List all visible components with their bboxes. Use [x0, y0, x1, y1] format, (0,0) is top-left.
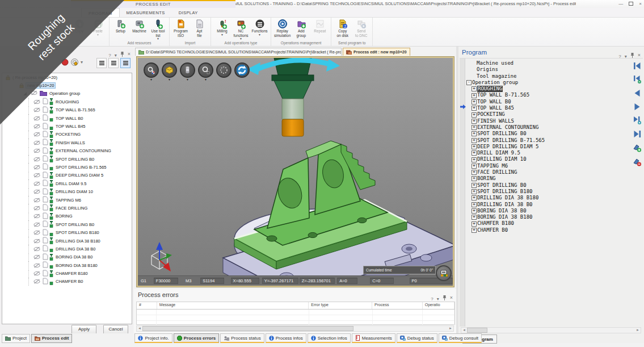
eye-off-icon[interactable]: [33, 140, 40, 145]
minimize-button[interactable]: —: [618, 1, 623, 7]
expand-box-icon[interactable]: +: [472, 221, 477, 227]
repeat-button[interactable]: Repeat: [310, 18, 329, 40]
tree-operation-top-wall-b45[interactable]: TOP WALL B45: [2, 122, 132, 130]
tree-operation-spot-drilling-b-71-565[interactable]: SPOT DRILLING B-71.565: [2, 163, 132, 171]
program-operation-boring-dia-38-b180[interactable]: +BORING DIA 38 B180: [466, 214, 545, 220]
viewport-tool-stock[interactable]: ▼: [162, 62, 177, 81]
tree-operation-chamfer-b0[interactable]: CHAMFER B0: [2, 278, 132, 286]
functions-button[interactable]: Functions▼: [250, 18, 269, 40]
program-operation-top-wall-b-71-565[interactable]: +TOP WALL B-71.565: [466, 92, 545, 98]
expand-box-icon[interactable]: +: [472, 125, 477, 130]
eye-off-icon[interactable]: [33, 222, 40, 227]
viewport-tool-view-mode[interactable]: ▼: [144, 62, 159, 81]
column-error-type[interactable]: Error type: [309, 302, 372, 309]
program-operation-spot-drilling-b0[interactable]: +SPOT DRILLING B0: [466, 131, 545, 137]
milling-button[interactable]: !Milling▼: [213, 18, 231, 40]
viewport-tool-refresh[interactable]: [234, 62, 250, 81]
expand-box-icon[interactable]: +: [472, 150, 477, 156]
tool-remove-button[interactable]: [633, 158, 642, 169]
expand-box-icon[interactable]: +: [472, 202, 477, 207]
tab-process-infos[interactable]: Process infos: [266, 333, 306, 343]
machine-status-icon[interactable]: [436, 265, 452, 281]
eye-off-icon[interactable]: [33, 165, 40, 170]
apt-file-button[interactable]: Apt file: [190, 18, 209, 40]
process-errors-hscrollbar[interactable]: ◄ ►: [136, 325, 454, 332]
program-operation-tapping-m6[interactable]: +TAPPING M6: [466, 163, 545, 169]
viewport-tool-tool-cylinder[interactable]: ▼: [180, 62, 195, 81]
program-operation-face-drilling[interactable]: +FACE DRILLING: [466, 169, 545, 175]
program-operation-top-wall-b45[interactable]: +TOP WALL B45: [466, 105, 545, 111]
eye-off-icon[interactable]: [33, 173, 40, 178]
tree-operation-boring-dia-38-b0[interactable]: BORING DIA 38 B0: [2, 253, 132, 261]
pin-icon[interactable]: [120, 52, 124, 57]
program-operation-spot-drilling-b180[interactable]: +SPOT DRILLING B180: [466, 189, 545, 195]
tree-operation-deep-drilling-diam-5[interactable]: DEEP DRILLING DIAM 5: [2, 172, 132, 179]
eye-off-icon[interactable]: [33, 157, 40, 162]
program-item-tool-magazine[interactable]: Tool magazine: [466, 73, 545, 80]
expand-box-icon[interactable]: +: [472, 215, 477, 220]
program-operation-boring-dia-38-b0[interactable]: +BORING DIA 38 B0: [466, 208, 545, 214]
program-operation-roughing[interactable]: +ROUGHING: [466, 86, 545, 92]
close-icon[interactable]: ×: [450, 295, 453, 300]
eye-off-icon[interactable]: [33, 263, 40, 268]
eye-off-icon[interactable]: [33, 148, 40, 153]
eye-off-icon[interactable]: [33, 107, 40, 112]
program-iso-button[interactable]: Program ISO: [171, 18, 190, 40]
viewport-tool-selection[interactable]: [216, 62, 231, 81]
column-message[interactable]: Message: [157, 302, 309, 309]
program-item-machine-used[interactable]: Machine used: [466, 60, 545, 66]
program-operation-drilling-dia-38-b180[interactable]: +DRILLING DIA 38 B180: [466, 195, 545, 201]
tab-process-errors[interactable]: Process errors: [174, 333, 219, 343]
target-dropdown[interactable]: ▾: [81, 60, 83, 65]
program-operation-spot-drilling-b-71-565[interactable]: +SPOT DRILLING B-71.565: [466, 137, 545, 144]
eye-off-icon[interactable]: [33, 254, 40, 260]
setup-button[interactable]: Setup: [111, 18, 130, 40]
scroll-right-arrow[interactable]: ►: [635, 328, 641, 333]
tree-operation-drill-diam-9-5[interactable]: DRILL DIAM 9.5: [2, 179, 132, 187]
expand-box-icon[interactable]: +: [472, 183, 477, 188]
tab-debug-status[interactable]: Debug status: [397, 333, 437, 343]
simulation-viewport[interactable]: ▼ ▼ ▼ ▼ Cumulated time 0h 0' 0" G1F30000…: [138, 58, 453, 286]
maximize-button[interactable]: [629, 2, 633, 6]
eye-off-icon[interactable]: [33, 271, 40, 276]
eye-off-icon[interactable]: [33, 189, 40, 194]
tree-operation-top-wall-b-71-565[interactable]: TOP WALL B-71.565: [2, 106, 132, 114]
machine-button[interactable]: Machine: [130, 18, 149, 40]
nc-functions-button[interactable]: NC functions▼: [231, 18, 250, 40]
step-back-button[interactable]: [633, 89, 642, 99]
list-view-button-1[interactable]: [96, 58, 107, 68]
expand-box-icon[interactable]: +: [472, 176, 477, 181]
program-operation-spot-drilling-b0[interactable]: +SPOT DRILLING B0: [466, 182, 545, 189]
program-operation-finish-walls[interactable]: +FINISH WALLS: [466, 118, 545, 124]
program-panel-hscrollbar[interactable]: ◄ ►: [461, 327, 641, 333]
expand-box-icon[interactable]: +: [472, 99, 477, 104]
eye-off-icon[interactable]: [33, 239, 40, 244]
eye-off-icon[interactable]: [33, 214, 40, 219]
tree-operation-drilling-dia-38-b0[interactable]: DRILLING DIA 38 B0: [2, 245, 132, 253]
use-tool-list-button[interactable]: Use tool list▼: [149, 18, 167, 40]
list-view-button-2[interactable]: [108, 58, 119, 68]
expand-box-icon[interactable]: +: [472, 93, 477, 98]
go-first-button[interactable]: [633, 62, 642, 72]
expand-box-icon[interactable]: +: [472, 138, 477, 143]
scroll-thumb[interactable]: [142, 326, 353, 331]
program-group-operation-group[interactable]: -Operation group: [466, 80, 545, 86]
apply-button[interactable]: Apply: [71, 325, 96, 334]
tree-operation-spot-drilling-b0[interactable]: SPOT DRILLING B0: [2, 220, 132, 228]
go-first-tool-button[interactable]: [633, 76, 642, 86]
list-view-button-3[interactable]: [120, 58, 131, 68]
expand-box-icon[interactable]: +: [472, 106, 477, 111]
step-forward-button[interactable]: [633, 103, 642, 113]
go-next-tool-button[interactable]: [633, 116, 642, 127]
tree-operation-external-contourning[interactable]: EXTERNAL CONTOURNING: [2, 147, 132, 155]
add-group-button[interactable]: Add group: [292, 18, 310, 40]
tree-operation-chamfer-b180[interactable]: CHAMFER B180: [2, 269, 132, 277]
cancel-button[interactable]: Cancel: [103, 325, 128, 334]
program-operation-boring[interactable]: +BORING: [466, 175, 545, 182]
eye-off-icon[interactable]: [33, 99, 40, 104]
column-operatio[interactable]: Operatio: [423, 302, 454, 309]
document-tab[interactable]: D:\Data\SPRING TECHNOLOGIES\NCSIMUL SOLU…: [135, 48, 342, 56]
eye-off-icon[interactable]: [33, 279, 40, 284]
close-button[interactable]: ×: [639, 1, 642, 7]
pin-icon[interactable]: [443, 295, 447, 300]
